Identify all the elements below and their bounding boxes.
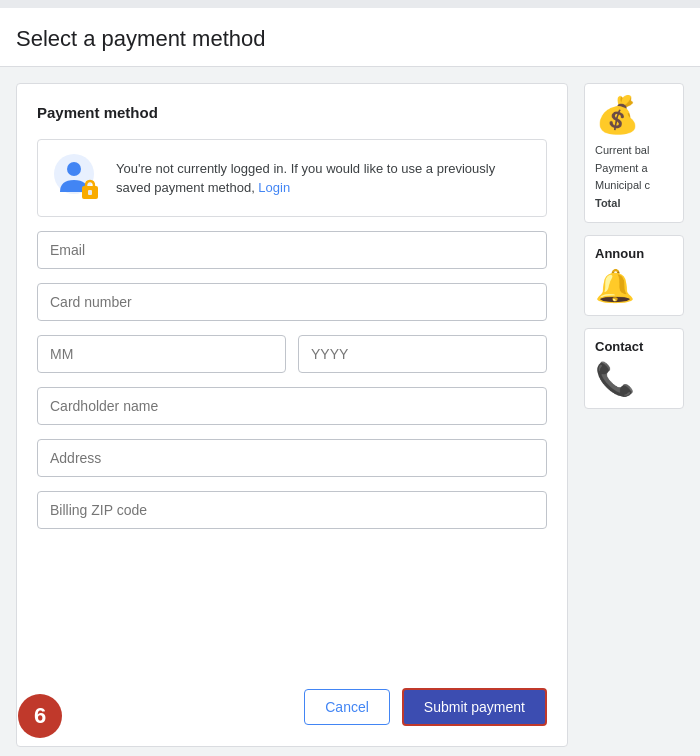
login-link[interactable]: Login bbox=[258, 180, 290, 195]
zip-field[interactable] bbox=[37, 491, 547, 529]
page-title: Select a payment method bbox=[0, 8, 700, 67]
svg-point-1 bbox=[67, 162, 81, 176]
login-notice: You're not currently logged in. If you w… bbox=[37, 139, 547, 217]
top-bar bbox=[0, 0, 700, 8]
contact-icon: 📞 bbox=[595, 361, 635, 397]
address-field[interactable] bbox=[37, 439, 547, 477]
submit-payment-button[interactable]: Submit payment bbox=[402, 688, 547, 726]
cancel-button[interactable]: Cancel bbox=[304, 689, 390, 725]
step-badge: 6 bbox=[18, 694, 62, 738]
svg-rect-3 bbox=[88, 190, 92, 195]
payment-method-title: Payment method bbox=[37, 104, 547, 121]
announcements-card: Announ 🔔 bbox=[584, 235, 684, 316]
announcements-title: Announ bbox=[595, 246, 673, 261]
cardholder-name-field[interactable] bbox=[37, 387, 547, 425]
bottom-actions: Cancel Submit payment bbox=[37, 688, 547, 726]
month-field[interactable] bbox=[37, 335, 286, 373]
right-panel: 💰 Current bal Payment a Municipal c Tota… bbox=[584, 83, 684, 747]
contact-title: Contact bbox=[595, 339, 673, 354]
year-field[interactable] bbox=[298, 335, 547, 373]
balance-card: 💰 Current bal Payment a Municipal c Tota… bbox=[584, 83, 684, 223]
person-lock-icon bbox=[52, 152, 104, 204]
person-lock-icon-container bbox=[52, 152, 104, 204]
main-layout: Payment method You're not currently logg… bbox=[0, 67, 700, 756]
balance-text: Current bal Payment a Municipal c Total bbox=[595, 142, 673, 212]
money-bag-icon: 💰 bbox=[595, 94, 673, 136]
announcement-icon: 🔔 bbox=[595, 268, 635, 304]
expiry-row bbox=[37, 335, 547, 373]
contact-card: Contact 📞 bbox=[584, 328, 684, 409]
email-field[interactable] bbox=[37, 231, 547, 269]
card-number-field[interactable] bbox=[37, 283, 547, 321]
left-panel: Payment method You're not currently logg… bbox=[16, 83, 568, 747]
login-notice-text: You're not currently logged in. If you w… bbox=[116, 159, 532, 198]
